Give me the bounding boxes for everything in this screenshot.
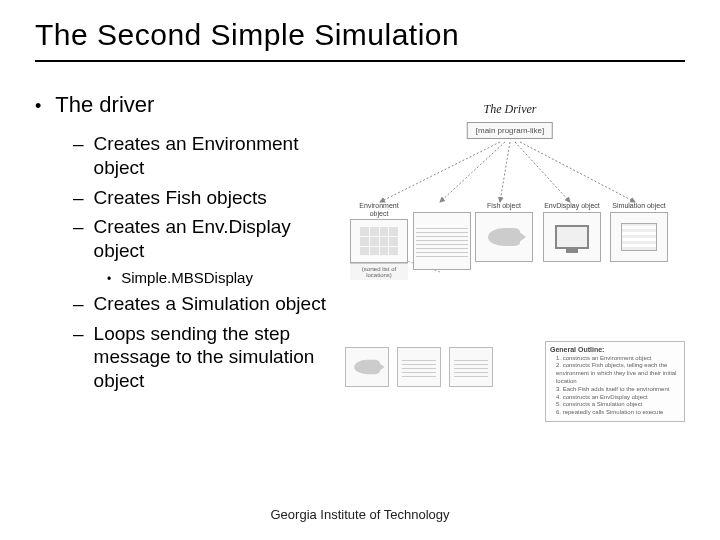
content-area: • The driver – Creates an Environment ob… bbox=[35, 92, 685, 432]
small-attr-box bbox=[397, 347, 441, 387]
sim-icon bbox=[621, 223, 657, 251]
bullet-dash-icon: – bbox=[73, 292, 84, 316]
bullet-level-2: – Creates an Environment object bbox=[73, 132, 335, 180]
slide: The Second Simple Simulation • The drive… bbox=[0, 0, 720, 540]
small-fish-box bbox=[345, 347, 389, 387]
bullet-level-3: • Simple.MBSDisplay bbox=[107, 269, 335, 286]
bullet-level-2: – Creates a Simulation object bbox=[73, 292, 335, 316]
lower-row bbox=[345, 347, 493, 387]
environment-node: Environment object (sorted list of locat… bbox=[350, 202, 408, 280]
svg-line-4 bbox=[520, 142, 635, 202]
slide-title: The Second Simple Simulation bbox=[35, 18, 685, 62]
envdisplay-node: EnvDisplay object bbox=[543, 202, 601, 262]
outline-item: 5. constructs a Simulation object bbox=[556, 401, 680, 409]
node-label bbox=[413, 202, 471, 210]
env-box bbox=[350, 219, 408, 263]
fish-icon bbox=[488, 228, 520, 246]
driver-title: The Driver bbox=[467, 102, 553, 117]
node-sublabel: (sorted list of locations) bbox=[350, 263, 408, 280]
fish-attributes-node bbox=[413, 202, 471, 270]
bullet-dot-icon: • bbox=[35, 96, 41, 117]
bullet-level-2: – Loops sending the step message to the … bbox=[73, 322, 335, 393]
svg-line-3 bbox=[515, 142, 570, 202]
outline-item: 2. constructs Fish objects, telling each… bbox=[556, 362, 680, 385]
grid-icon bbox=[360, 227, 398, 255]
bullet-dash-icon: – bbox=[73, 186, 84, 210]
outline-title: General Outline: bbox=[550, 346, 680, 353]
fish-icon bbox=[354, 360, 380, 374]
bullet-dash-icon: – bbox=[73, 132, 84, 156]
bullet-text: Loops sending the step message to the si… bbox=[94, 322, 335, 393]
outline-box: General Outline: 1. constructs an Enviro… bbox=[545, 341, 685, 422]
display-box bbox=[543, 212, 601, 262]
monitor-icon bbox=[555, 225, 589, 249]
fish-node: Fish object bbox=[475, 202, 533, 262]
node-label: Simulation object bbox=[610, 202, 668, 210]
driver-rect: [main program-like] bbox=[467, 122, 553, 139]
diagram-column: The Driver [main program-like] Environme… bbox=[345, 92, 685, 432]
node-label: Fish object bbox=[475, 202, 533, 210]
node-label: EnvDisplay object bbox=[543, 202, 601, 210]
bullet-level-2: – Creates an Env.Display object bbox=[73, 215, 335, 263]
driver-node: The Driver [main program-like] bbox=[467, 102, 553, 139]
svg-line-2 bbox=[500, 142, 510, 202]
svg-line-0 bbox=[380, 142, 500, 202]
simulation-node: Simulation object bbox=[610, 202, 668, 262]
bullet-dash-icon: – bbox=[73, 215, 84, 239]
bullet-text: Creates an Environment object bbox=[94, 132, 335, 180]
outline-item: 3. Each Fish adds itself to the environm… bbox=[556, 386, 680, 394]
attr-box bbox=[413, 212, 471, 270]
bullet-text: The driver bbox=[55, 92, 154, 118]
bullet-level-2: – Creates Fish objects bbox=[73, 186, 335, 210]
bullet-level-1: • The driver bbox=[35, 92, 335, 118]
text-column: • The driver – Creates an Environment ob… bbox=[35, 92, 335, 432]
bullet-text: Creates a Simulation object bbox=[94, 292, 326, 316]
node-label: Environment object bbox=[350, 202, 408, 217]
fish-box bbox=[475, 212, 533, 262]
bullet-dash-icon: – bbox=[73, 322, 84, 346]
small-attr-box bbox=[449, 347, 493, 387]
footer: Georgia Institute of Technology bbox=[0, 507, 720, 522]
bullet-dot-icon: • bbox=[107, 272, 111, 286]
outline-item: 6. repeatedly calls Simulation to execut… bbox=[556, 409, 680, 417]
bullet-text: Creates an Env.Display object bbox=[94, 215, 335, 263]
outline-item: 1. constructs an Environment object bbox=[556, 355, 680, 363]
sim-box bbox=[610, 212, 668, 262]
svg-line-1 bbox=[440, 142, 505, 202]
diagram: The Driver [main program-like] Environme… bbox=[345, 102, 675, 432]
outline-item: 4. constructs an EnvDisplay object bbox=[556, 394, 680, 402]
bullet-text: Simple.MBSDisplay bbox=[121, 269, 253, 286]
bullet-text: Creates Fish objects bbox=[94, 186, 267, 210]
